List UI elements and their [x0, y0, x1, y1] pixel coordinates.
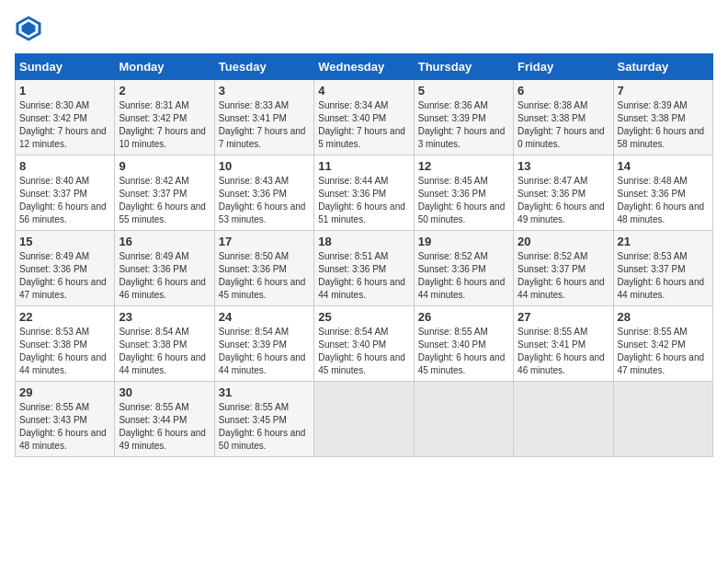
calendar-cell: 23Sunrise: 8:54 AM Sunset: 3:38 PM Dayli…	[115, 306, 214, 382]
day-info: Sunrise: 8:43 AM Sunset: 3:36 PM Dayligh…	[219, 175, 310, 226]
day-info: Sunrise: 8:49 AM Sunset: 3:36 PM Dayligh…	[119, 250, 210, 302]
calendar-cell: 4Sunrise: 8:34 AM Sunset: 3:40 PM Daylig…	[314, 80, 414, 155]
weekday-row: SundayMondayTuesdayWednesdayThursdayFrid…	[16, 54, 713, 80]
day-number: 7	[618, 84, 709, 98]
day-info: Sunrise: 8:39 AM Sunset: 3:38 PM Dayligh…	[618, 99, 709, 151]
calendar-cell: 22Sunrise: 8:53 AM Sunset: 3:38 PM Dayli…	[16, 306, 115, 382]
day-info: Sunrise: 8:55 AM Sunset: 3:41 PM Dayligh…	[518, 326, 609, 377]
calendar-cell	[314, 382, 414, 457]
day-info: Sunrise: 8:53 AM Sunset: 3:37 PM Dayligh…	[618, 250, 709, 302]
calendar-header: SundayMondayTuesdayWednesdayThursdayFrid…	[16, 54, 713, 80]
day-number: 25	[318, 310, 409, 324]
day-info: Sunrise: 8:34 AM Sunset: 3:40 PM Dayligh…	[318, 99, 409, 151]
calendar-cell: 14Sunrise: 8:48 AM Sunset: 3:36 PM Dayli…	[613, 155, 712, 231]
calendar-cell: 8Sunrise: 8:40 AM Sunset: 3:37 PM Daylig…	[16, 155, 115, 231]
day-number: 1	[19, 84, 110, 98]
calendar-cell	[414, 382, 513, 457]
calendar-cell: 24Sunrise: 8:54 AM Sunset: 3:39 PM Dayli…	[214, 306, 313, 382]
day-number: 28	[618, 310, 709, 324]
calendar-cell: 10Sunrise: 8:43 AM Sunset: 3:36 PM Dayli…	[214, 155, 313, 231]
day-number: 27	[518, 310, 609, 324]
day-info: Sunrise: 8:52 AM Sunset: 3:37 PM Dayligh…	[518, 250, 609, 302]
calendar-cell: 12Sunrise: 8:45 AM Sunset: 3:36 PM Dayli…	[414, 155, 513, 231]
day-number: 10	[219, 159, 310, 173]
calendar-cell: 19Sunrise: 8:52 AM Sunset: 3:36 PM Dayli…	[414, 231, 513, 306]
day-number: 29	[19, 385, 110, 399]
day-number: 26	[418, 310, 509, 324]
logo-icon	[15, 15, 42, 42]
weekday-header: Thursday	[414, 54, 513, 80]
calendar-week-row: 15Sunrise: 8:49 AM Sunset: 3:36 PM Dayli…	[16, 231, 713, 306]
calendar-cell: 31Sunrise: 8:55 AM Sunset: 3:45 PM Dayli…	[214, 382, 313, 457]
day-info: Sunrise: 8:33 AM Sunset: 3:41 PM Dayligh…	[219, 99, 310, 151]
day-number: 5	[418, 84, 509, 98]
calendar-cell: 30Sunrise: 8:55 AM Sunset: 3:44 PM Dayli…	[115, 382, 214, 457]
day-number: 23	[119, 310, 210, 324]
weekday-header: Tuesday	[214, 54, 313, 80]
calendar-cell: 2Sunrise: 8:31 AM Sunset: 3:42 PM Daylig…	[115, 80, 214, 155]
day-number: 21	[618, 235, 709, 248]
day-info: Sunrise: 8:47 AM Sunset: 3:36 PM Dayligh…	[518, 175, 609, 226]
calendar-cell: 15Sunrise: 8:49 AM Sunset: 3:36 PM Dayli…	[16, 231, 115, 306]
calendar-cell: 5Sunrise: 8:36 AM Sunset: 3:39 PM Daylig…	[414, 80, 513, 155]
calendar-week-row: 1Sunrise: 8:30 AM Sunset: 3:42 PM Daylig…	[16, 80, 713, 155]
day-number: 2	[119, 84, 210, 98]
calendar-table: SundayMondayTuesdayWednesdayThursdayFrid…	[15, 53, 713, 457]
day-info: Sunrise: 8:54 AM Sunset: 3:38 PM Dayligh…	[119, 326, 210, 377]
calendar-body: 1Sunrise: 8:30 AM Sunset: 3:42 PM Daylig…	[16, 80, 713, 457]
day-info: Sunrise: 8:55 AM Sunset: 3:43 PM Dayligh…	[19, 401, 110, 453]
day-number: 15	[19, 235, 110, 248]
day-info: Sunrise: 8:49 AM Sunset: 3:36 PM Dayligh…	[19, 250, 110, 302]
day-number: 12	[418, 159, 509, 173]
day-number: 16	[119, 235, 210, 248]
calendar-week-row: 29Sunrise: 8:55 AM Sunset: 3:43 PM Dayli…	[16, 382, 713, 457]
calendar-cell: 11Sunrise: 8:44 AM Sunset: 3:36 PM Dayli…	[314, 155, 414, 231]
day-info: Sunrise: 8:55 AM Sunset: 3:45 PM Dayligh…	[219, 401, 310, 453]
day-info: Sunrise: 8:51 AM Sunset: 3:36 PM Dayligh…	[318, 250, 409, 302]
day-info: Sunrise: 8:55 AM Sunset: 3:42 PM Dayligh…	[618, 326, 709, 377]
day-info: Sunrise: 8:54 AM Sunset: 3:39 PM Dayligh…	[219, 326, 310, 377]
calendar-cell: 18Sunrise: 8:51 AM Sunset: 3:36 PM Dayli…	[314, 231, 414, 306]
day-info: Sunrise: 8:54 AM Sunset: 3:40 PM Dayligh…	[318, 326, 409, 377]
day-number: 30	[119, 385, 210, 399]
day-info: Sunrise: 8:53 AM Sunset: 3:38 PM Dayligh…	[19, 326, 110, 377]
day-number: 3	[219, 84, 310, 98]
calendar-cell: 16Sunrise: 8:49 AM Sunset: 3:36 PM Dayli…	[115, 231, 214, 306]
weekday-header: Saturday	[613, 54, 712, 80]
day-info: Sunrise: 8:48 AM Sunset: 3:36 PM Dayligh…	[618, 175, 709, 226]
logo	[15, 15, 46, 42]
day-number: 19	[418, 235, 509, 248]
calendar-cell: 17Sunrise: 8:50 AM Sunset: 3:36 PM Dayli…	[214, 231, 313, 306]
day-info: Sunrise: 8:42 AM Sunset: 3:37 PM Dayligh…	[119, 175, 210, 226]
calendar-cell: 3Sunrise: 8:33 AM Sunset: 3:41 PM Daylig…	[214, 80, 313, 155]
day-number: 6	[518, 84, 609, 98]
day-info: Sunrise: 8:38 AM Sunset: 3:38 PM Dayligh…	[518, 99, 609, 151]
day-info: Sunrise: 8:44 AM Sunset: 3:36 PM Dayligh…	[318, 175, 409, 226]
weekday-header: Wednesday	[314, 54, 414, 80]
calendar-cell: 29Sunrise: 8:55 AM Sunset: 3:43 PM Dayli…	[16, 382, 115, 457]
day-info: Sunrise: 8:36 AM Sunset: 3:39 PM Dayligh…	[418, 99, 509, 151]
day-number: 8	[19, 159, 110, 173]
day-info: Sunrise: 8:45 AM Sunset: 3:36 PM Dayligh…	[418, 175, 509, 226]
day-number: 9	[119, 159, 210, 173]
day-number: 24	[219, 310, 310, 324]
day-info: Sunrise: 8:55 AM Sunset: 3:44 PM Dayligh…	[119, 401, 210, 453]
day-info: Sunrise: 8:52 AM Sunset: 3:36 PM Dayligh…	[418, 250, 509, 302]
calendar-cell: 25Sunrise: 8:54 AM Sunset: 3:40 PM Dayli…	[314, 306, 414, 382]
calendar-week-row: 8Sunrise: 8:40 AM Sunset: 3:37 PM Daylig…	[16, 155, 713, 231]
day-info: Sunrise: 8:55 AM Sunset: 3:40 PM Dayligh…	[418, 326, 509, 377]
weekday-header: Monday	[115, 54, 214, 80]
day-number: 22	[19, 310, 110, 324]
calendar-cell	[514, 382, 613, 457]
day-info: Sunrise: 8:40 AM Sunset: 3:37 PM Dayligh…	[19, 175, 110, 226]
calendar-cell: 26Sunrise: 8:55 AM Sunset: 3:40 PM Dayli…	[414, 306, 513, 382]
page-header	[15, 15, 713, 42]
calendar-cell: 20Sunrise: 8:52 AM Sunset: 3:37 PM Dayli…	[514, 231, 613, 306]
day-number: 11	[318, 159, 409, 173]
calendar-cell: 27Sunrise: 8:55 AM Sunset: 3:41 PM Dayli…	[514, 306, 613, 382]
calendar-cell: 1Sunrise: 8:30 AM Sunset: 3:42 PM Daylig…	[16, 80, 115, 155]
day-info: Sunrise: 8:50 AM Sunset: 3:36 PM Dayligh…	[219, 250, 310, 302]
calendar-cell	[613, 382, 712, 457]
calendar-cell: 9Sunrise: 8:42 AM Sunset: 3:37 PM Daylig…	[115, 155, 214, 231]
calendar-cell: 28Sunrise: 8:55 AM Sunset: 3:42 PM Dayli…	[613, 306, 712, 382]
